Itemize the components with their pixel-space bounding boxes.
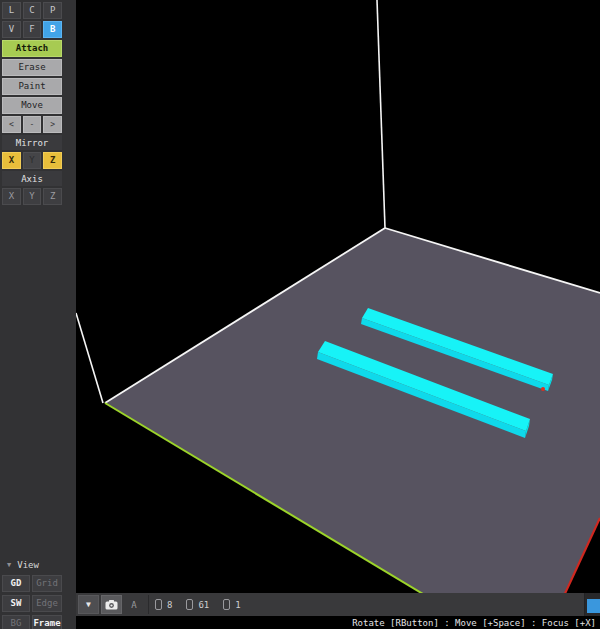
bottom-status-bar: ▼ A 8 61 1 [76, 593, 600, 616]
mirror-section-label: Mirror [2, 135, 62, 150]
grid-toggle-gd[interactable]: GD [2, 575, 30, 592]
view-toggle-row: SW Edge [2, 595, 62, 612]
stat-value: 8 [167, 600, 172, 610]
view-section: ▼ View GD Grid SW Edge BG Frame [2, 557, 62, 629]
anti-alias-toggle-button[interactable]: A [125, 595, 143, 614]
view-section-label: View [17, 560, 39, 570]
statusbar-divider [148, 595, 149, 614]
erase-button[interactable]: Erase [2, 59, 62, 76]
axis-y-toggle[interactable]: Y [23, 188, 42, 205]
mirror-z-toggle[interactable]: Z [43, 152, 62, 169]
axis-z-toggle[interactable]: Z [43, 188, 62, 205]
nudge-prev-button[interactable]: < [2, 116, 21, 133]
stat-value: 1 [235, 600, 240, 610]
floor-plane[interactable] [105, 228, 600, 593]
bounding-box-back-vertical-edge [377, 0, 385, 228]
stat-value: 61 [198, 600, 209, 610]
mirror-y-toggle[interactable]: Y [23, 152, 42, 169]
mirror-x-toggle[interactable]: X [2, 152, 21, 169]
chevron-down-icon: ▼ [86, 600, 91, 609]
view-toggle-row: GD Grid [2, 575, 62, 592]
scene-canvas [76, 0, 600, 593]
collapse-triangle-icon: ▼ [7, 561, 11, 569]
frame-toggle-label[interactable]: Frame [32, 615, 62, 629]
mode-button-line[interactable]: L [2, 2, 21, 19]
mode-button-center[interactable]: C [23, 2, 42, 19]
paint-button[interactable]: Paint [2, 78, 62, 95]
grid-toggle-label[interactable]: Grid [32, 575, 62, 592]
camera-icon [105, 600, 118, 610]
box-count-icon [186, 599, 193, 610]
bounding-box-left-vertical-edge [76, 313, 103, 403]
axis-row: X Y Z [2, 188, 62, 205]
view-toggle-row: BG Frame [2, 615, 62, 629]
nudge-row: < - > [2, 116, 62, 133]
axis-section-label: Axis [2, 171, 62, 186]
help-strip: Rotate [RButton] : Move [+Space] : Focus… [76, 616, 600, 629]
camera-button[interactable] [101, 595, 122, 614]
mode-button-pattern[interactable]: P [43, 2, 62, 19]
move-button[interactable]: Move [2, 97, 62, 114]
selected-color-swatch[interactable] [587, 599, 600, 613]
statusbar-stat: 8 [155, 599, 172, 610]
view-section-header[interactable]: ▼ View [2, 557, 62, 572]
edge-toggle-sw[interactable]: SW [2, 595, 30, 612]
axis-x-toggle[interactable]: X [2, 188, 21, 205]
statusbar-collapse-button[interactable]: ▼ [78, 595, 99, 614]
mirror-axis-row: X Y Z [2, 152, 62, 169]
voxel-cursor-marker [541, 387, 545, 391]
brush-mode-row-2: V F B [2, 21, 62, 38]
viewport-3d[interactable] [76, 0, 600, 593]
box-count-icon [223, 599, 230, 610]
background-toggle-bg[interactable]: BG [2, 615, 30, 629]
attach-button[interactable]: Attach [2, 40, 62, 57]
mode-button-voxel[interactable]: V [2, 21, 21, 38]
mode-button-box[interactable]: B [43, 21, 62, 38]
palette-panel-corner [584, 593, 600, 616]
navigation-help-text: Rotate [RButton] : Move [+Space] : Focus… [352, 618, 596, 628]
mode-button-face[interactable]: F [23, 21, 42, 38]
voxel-editor-window: L C P V F B Attach Erase Paint Move < - … [0, 0, 600, 629]
nudge-reset-button[interactable]: - [23, 116, 42, 133]
box-count-icon [155, 599, 162, 610]
nudge-next-button[interactable]: > [43, 116, 62, 133]
edge-toggle-label[interactable]: Edge [32, 595, 62, 612]
brush-mode-row-1: L C P [2, 2, 62, 19]
statusbar-stat: 1 [223, 599, 240, 610]
left-toolbar: L C P V F B Attach Erase Paint Move < - … [0, 0, 76, 629]
statusbar-stat: 61 [186, 599, 209, 610]
